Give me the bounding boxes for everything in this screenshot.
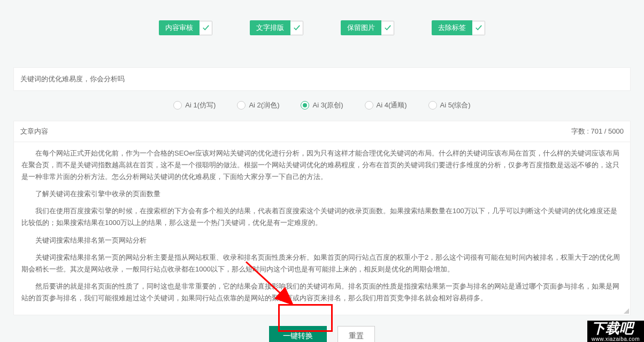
action-button-row: 一键转换 重置 bbox=[0, 315, 644, 342]
watermark-text: 下载吧 bbox=[592, 320, 633, 336]
title-input[interactable]: 关键词的优化难易度，你会分析吗 bbox=[13, 67, 631, 91]
radio-circle-icon bbox=[237, 101, 246, 110]
checkbox-label: 保留图片 bbox=[341, 20, 381, 35]
radio-ai4[interactable]: Ai 4(通顺) bbox=[365, 100, 407, 110]
watermark: 下载吧 www.xiazaiba.com bbox=[587, 321, 644, 342]
radio-ai3[interactable]: Ai 3(原创) bbox=[301, 100, 343, 110]
word-count-label: 字数 : 701 / 5000 bbox=[571, 127, 624, 136]
radio-circle-icon bbox=[173, 101, 182, 110]
radio-ai5[interactable]: Ai 5(综合) bbox=[428, 100, 471, 110]
checkbox-text-format[interactable]: 文字排版 bbox=[250, 20, 303, 35]
radio-label: Ai 1(仿写) bbox=[185, 100, 216, 110]
radio-circle-icon bbox=[428, 101, 437, 110]
options-checkbox-row: 内容审核 文字排版 保留图片 去除标签 bbox=[0, 0, 644, 67]
ai-mode-radio-row: Ai 1(仿写) Ai 2(润色) Ai 3(原创) Ai 4(通顺) Ai 5… bbox=[0, 100, 644, 110]
check-icon bbox=[472, 21, 485, 35]
radio-label: Ai 2(润色) bbox=[249, 100, 279, 110]
checkbox-label: 内容审核 bbox=[159, 20, 200, 35]
check-icon bbox=[290, 21, 303, 35]
check-icon bbox=[200, 21, 212, 35]
content-paragraph: 然后要讲的就是排名页面的性质了，同时这也是非常重要的，它的结果会直接影响我们的关… bbox=[21, 281, 623, 304]
radio-label: Ai 3(原创) bbox=[312, 100, 343, 110]
watermark-url: www.xiazaiba.com bbox=[592, 336, 640, 342]
radio-circle-checked-icon bbox=[301, 101, 309, 110]
content-paragraph: 了解关键词在搜索引擎中收录的页面数量 bbox=[21, 188, 623, 200]
content-paragraph: 在每个网站正式开始优化前，作为一个合格的SEOer应该对网站关键词的优化进行分析… bbox=[21, 147, 623, 183]
radio-ai2[interactable]: Ai 2(润色) bbox=[237, 100, 279, 110]
checkbox-keep-image[interactable]: 保留图片 bbox=[341, 20, 394, 35]
checkbox-label: 去除标签 bbox=[432, 20, 472, 35]
checkbox-remove-tags[interactable]: 去除标签 bbox=[432, 20, 485, 35]
radio-label: Ai 5(综合) bbox=[440, 100, 471, 110]
radio-circle-icon bbox=[365, 101, 373, 110]
check-icon bbox=[381, 21, 394, 35]
checkbox-content-review[interactable]: 内容审核 bbox=[159, 20, 212, 35]
reset-button[interactable]: 重置 bbox=[338, 326, 375, 342]
content-header: 文章内容 字数 : 701 / 5000 bbox=[14, 121, 630, 142]
content-textarea[interactable]: 在每个网站正式开始优化前，作为一个合格的SEOer应该对网站关键词的优化进行分析… bbox=[14, 142, 630, 315]
resize-handle-icon[interactable] bbox=[624, 308, 629, 314]
checkbox-label: 文字排版 bbox=[250, 20, 290, 35]
content-paragraph: 关键词搜索结果排名第一页网站分析 bbox=[21, 235, 623, 246]
radio-ai1[interactable]: Ai 1(仿写) bbox=[173, 100, 216, 110]
content-title-label: 文章内容 bbox=[20, 127, 48, 136]
radio-label: Ai 4(通顺) bbox=[377, 100, 407, 110]
content-paragraph: 我们在使用百度搜索引擎的时候，在搜索框的下方会有多个相关的结果，代表着百度搜索这… bbox=[21, 205, 623, 229]
content-paragraph: 关键词搜索结果排名第一页的网站分析主要是指从网站权重、收录和排名页面性质来分析。… bbox=[21, 252, 623, 275]
content-panel: 文章内容 字数 : 701 / 5000 在每个网站正式开始优化前，作为一个合格… bbox=[13, 121, 631, 315]
convert-button[interactable]: 一键转换 bbox=[269, 326, 327, 342]
